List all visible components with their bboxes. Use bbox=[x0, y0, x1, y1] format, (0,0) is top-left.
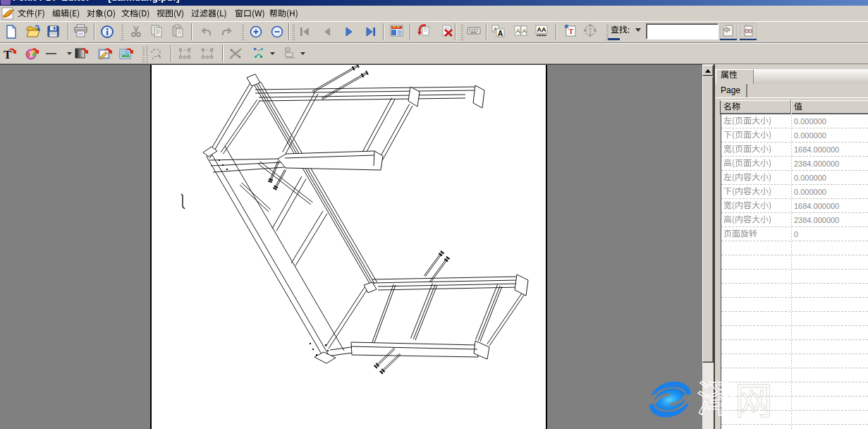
svg-text:T: T bbox=[4, 48, 12, 61]
svg-text:A: A bbox=[498, 30, 503, 37]
svg-text:A: A bbox=[516, 28, 520, 35]
svg-text:T: T bbox=[588, 27, 592, 35]
svg-text:AA: AA bbox=[537, 26, 546, 33]
svg-text:A: A bbox=[522, 28, 527, 35]
svg-text:T: T bbox=[569, 28, 574, 35]
